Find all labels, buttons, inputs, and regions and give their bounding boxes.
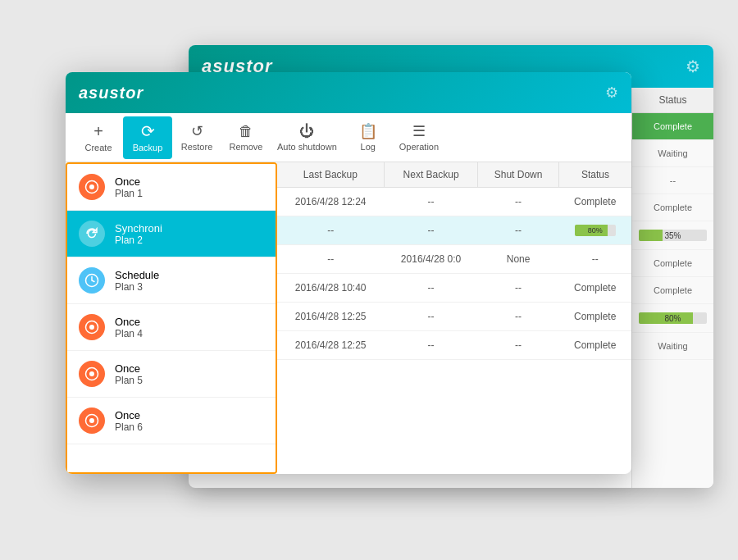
bg-gear-icon[interactable]: ⚙ — [686, 57, 700, 76]
restore-button[interactable]: ↺ Restore — [172, 116, 221, 159]
sidebar-item-type-plan5: Once — [115, 362, 264, 375]
sidebar-item-plan6[interactable]: Once Plan 6 — [67, 398, 276, 444]
cell-next-backup: -- — [384, 216, 478, 245]
main-header: asustor ⚙ — [66, 72, 631, 113]
bg-status-item-4: Complete — [632, 194, 713, 221]
auto-shutdown-icon: ⏻ — [299, 124, 314, 139]
cell-status: Complete — [558, 274, 631, 303]
bg-status-item-2: Waiting — [632, 140, 713, 167]
bg-status-item-9: Waiting — [632, 333, 713, 360]
svg-point-1 — [89, 184, 94, 189]
log-label: Log — [361, 142, 376, 152]
table-row[interactable]: 2016/4/28 12:24 -- -- Complete — [277, 188, 631, 216]
sidebar-item-plan4[interactable]: Once Plan 4 — [67, 304, 276, 351]
cell-status: -- — [558, 245, 631, 274]
col-next-backup: Next Backup — [384, 162, 478, 188]
sidebar-item-type-plan1: Once — [115, 175, 264, 188]
cell-shut-down: -- — [478, 216, 558, 245]
create-button[interactable]: + Create — [74, 116, 123, 159]
table-row[interactable]: -- 2016/4/28 0:0 None -- — [277, 245, 631, 274]
cell-shut-down: -- — [478, 188, 558, 216]
svg-point-4 — [89, 325, 94, 330]
sidebar-item-type-plan6: Once — [115, 409, 264, 421]
main-gear-icon[interactable]: ⚙ — [605, 84, 618, 102]
create-icon: + — [93, 123, 103, 139]
sidebar-item-info-plan2: Synchroni Plan 2 — [115, 222, 264, 246]
create-label: Create — [84, 143, 112, 153]
cell-status: Complete — [558, 331, 631, 360]
sidebar-item-plan3[interactable]: Schedule Plan 3 — [67, 257, 276, 304]
cell-status: Complete — [558, 303, 631, 331]
once-icon-plan1 — [79, 174, 105, 200]
cell-status: Complete — [558, 188, 631, 216]
operation-button[interactable]: ☰ Operation — [393, 116, 445, 159]
table-row[interactable]: 2016/4/28 10:40 -- -- Complete — [277, 274, 631, 303]
backup-button[interactable]: ⟳ Backup — [123, 116, 172, 159]
cell-next-backup: -- — [384, 274, 478, 303]
cell-next-backup: 2016/4/28 0:0 — [384, 245, 478, 274]
backup-label: Backup — [133, 143, 163, 153]
operation-icon: ☰ — [412, 124, 426, 139]
restore-label: Restore — [181, 142, 213, 152]
cell-last-backup: 2016/4/28 12:25 — [277, 331, 384, 360]
cell-last-backup: 2016/4/28 12:24 — [277, 188, 384, 216]
operation-label: Operation — [399, 142, 439, 152]
sidebar-item-plan5[interactable]: Once Plan 5 — [67, 351, 276, 398]
cell-last-backup: -- — [277, 216, 384, 245]
remove-button[interactable]: 🗑 Remove — [221, 116, 271, 159]
sidebar-item-plan-plan6: Plan 6 — [115, 421, 264, 433]
sidebar-item-info-plan3: Schedule Plan 3 — [115, 269, 264, 293]
bg-status-panel: Status Complete Waiting -- Complete 35% … — [631, 88, 713, 488]
cell-last-backup: 2016/4/28 12:25 — [277, 303, 384, 331]
once-icon-plan6 — [79, 407, 105, 434]
bg-status-item-7: Complete — [632, 277, 713, 304]
auto-shutdown-button[interactable]: ⏻ Auto shutdown — [271, 116, 344, 159]
bg-status-item-5: 35% — [632, 221, 713, 250]
sync-icon-plan2 — [79, 221, 105, 247]
cell-last-backup: -- — [277, 245, 384, 274]
log-icon: 📋 — [359, 124, 377, 139]
sidebar-item-plan1[interactable]: Once Plan 1 — [67, 164, 276, 211]
auto-shutdown-label: Auto shutdown — [277, 142, 337, 152]
cell-shut-down: -- — [478, 303, 558, 331]
sidebar-item-info-plan6: Once Plan 6 — [115, 409, 264, 433]
once-icon-plan4 — [79, 314, 105, 340]
sidebar-item-info-plan1: Once Plan 1 — [115, 175, 264, 199]
remove-icon: 🗑 — [239, 124, 253, 139]
sidebar-item-type-plan4: Once — [115, 316, 264, 328]
sidebar: Once Plan 1 Synchroni Plan 2 — [67, 164, 276, 472]
log-button[interactable]: 📋 Log — [344, 116, 393, 159]
cell-shut-down: -- — [478, 331, 558, 360]
restore-icon: ↺ — [191, 124, 203, 139]
bg-status-item-1: Complete — [632, 113, 713, 140]
col-status: Status — [558, 162, 631, 188]
remove-label: Remove — [230, 142, 263, 152]
main-logo: asustor — [79, 84, 144, 102]
sidebar-item-plan-plan2: Plan 2 — [115, 234, 264, 246]
once-icon-plan5 — [79, 361, 105, 387]
cell-last-backup: 2016/4/28 10:40 — [277, 274, 384, 303]
col-last-backup: Last Backup — [277, 162, 384, 188]
col-shut-down: Shut Down — [478, 162, 558, 188]
cell-status-progress: 80% — [558, 216, 631, 245]
toolbar: + Create ⟳ Backup ↺ Restore 🗑 Remove ⏻ A… — [66, 113, 631, 162]
sidebar-item-type-plan3: Schedule — [115, 269, 264, 281]
sidebar-item-info-plan5: Once Plan 5 — [115, 362, 264, 386]
sidebar-item-plan2[interactable]: Synchroni Plan 2 — [67, 211, 276, 257]
svg-point-6 — [89, 371, 94, 376]
table-row[interactable]: 2016/4/28 12:25 -- -- Complete — [277, 331, 631, 360]
schedule-icon-plan3 — [79, 267, 105, 294]
sidebar-item-plan-plan4: Plan 4 — [115, 328, 264, 339]
cell-shut-down: None — [478, 245, 558, 274]
svg-point-8 — [89, 418, 94, 423]
data-table: Last Backup Next Backup Shut Down Status… — [277, 162, 631, 360]
content-area: Once Plan 1 Synchroni Plan 2 — [66, 162, 631, 474]
table-row[interactable]: 2016/4/28 12:25 -- -- Complete — [277, 303, 631, 331]
cell-next-backup: -- — [384, 331, 478, 360]
cell-next-backup: -- — [384, 303, 478, 331]
sidebar-item-plan-plan1: Plan 1 — [115, 188, 264, 199]
table-row[interactable]: -- -- -- 80% — [277, 216, 631, 245]
sidebar-item-type-plan2: Synchroni — [115, 222, 264, 234]
sidebar-item-plan-plan5: Plan 5 — [115, 375, 264, 386]
sidebar-container: Once Plan 1 Synchroni Plan 2 — [66, 162, 277, 474]
